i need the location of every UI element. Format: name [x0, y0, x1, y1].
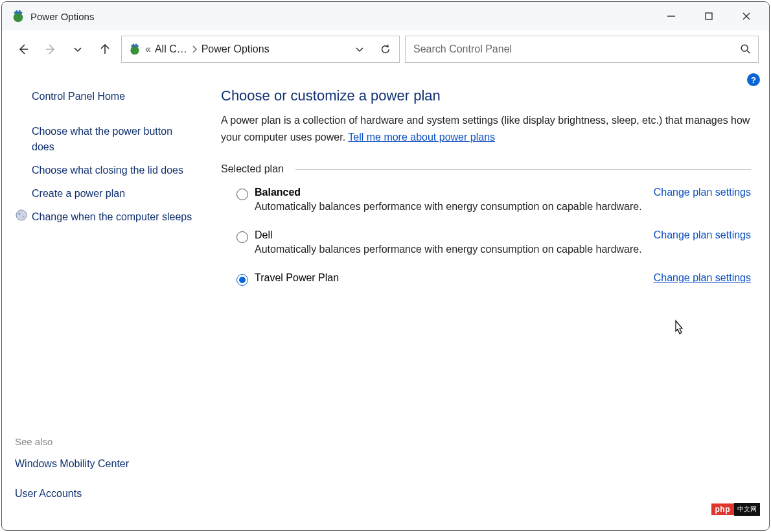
minimize-button[interactable]: [652, 5, 690, 28]
user-accounts-link[interactable]: User Accounts: [15, 482, 198, 505]
svg-rect-1: [14, 12, 23, 14]
plan-description: Automatically balances performance with …: [255, 201, 751, 213]
windows-mobility-center-link[interactable]: Windows Mobility Center: [15, 452, 198, 476]
window: Power Options: [1, 1, 770, 531]
sidebar-item-create-plan[interactable]: Create a power plan: [15, 182, 198, 205]
breadcrumb-power-options[interactable]: Power Options: [201, 43, 270, 55]
divider: [295, 169, 751, 170]
change-plan-settings-link[interactable]: Change plan settings: [654, 229, 751, 241]
svg-point-15: [741, 45, 748, 51]
up-button[interactable]: [94, 38, 116, 60]
address-bar[interactable]: « All C… Power Options: [121, 36, 400, 63]
page-description: A power plan is a collection of hardware…: [221, 112, 751, 145]
recent-locations-button[interactable]: [67, 38, 89, 60]
power-plan-row: Travel Power Plan Change plan settings: [221, 272, 751, 303]
window-controls: [652, 5, 765, 28]
watermark-php: php: [711, 503, 735, 515]
title-bar: Power Options: [2, 2, 769, 30]
maximize-button[interactable]: [690, 5, 728, 28]
back-button[interactable]: [12, 38, 34, 60]
watermark: php 中文网: [711, 503, 761, 516]
plan-name[interactable]: Balanced: [255, 187, 301, 198]
see-also-label: See also: [15, 436, 198, 447]
sidebar-item-closing-lid[interactable]: Choose what closing the lid does: [15, 159, 198, 182]
sidebar-item-power-button[interactable]: Choose what the power button does: [15, 120, 198, 159]
main-panel: Choose or customize a power plan A power…: [204, 68, 769, 530]
forward-button[interactable]: [40, 38, 62, 60]
svg-line-16: [747, 51, 750, 53]
change-plan-settings-link[interactable]: Change plan settings: [654, 187, 751, 198]
svg-rect-12: [131, 45, 139, 47]
navigation-bar: « All C… Power Options: [2, 30, 769, 68]
watermark-cn: 中文网: [734, 503, 760, 516]
breadcrumb-prefix: «: [145, 43, 151, 55]
control-panel-home-link[interactable]: Control Panel Home: [15, 85, 198, 108]
page-title: Choose or customize a power plan: [221, 87, 751, 104]
power-plan-row: Dell Change plan settings Automatically …: [221, 229, 751, 272]
moon-icon: [15, 209, 28, 222]
plan-name[interactable]: Travel Power Plan: [255, 272, 339, 284]
chevron-down-icon[interactable]: [349, 38, 371, 60]
svg-point-11: [130, 46, 139, 54]
sidebar-item-computer-sleeps[interactable]: Change when the computer sleeps: [32, 205, 192, 229]
breadcrumb-all-control-panel[interactable]: All C…: [155, 43, 187, 55]
search-bar[interactable]: [405, 36, 759, 63]
search-icon[interactable]: [740, 43, 752, 55]
svg-point-19: [23, 216, 25, 218]
sidebar: Control Panel Home Choose what the power…: [2, 68, 204, 530]
plan-radio-travel[interactable]: [236, 274, 248, 286]
chevron-right-icon: [191, 45, 198, 53]
window-title: Power Options: [30, 11, 652, 22]
change-plan-settings-link[interactable]: Change plan settings: [654, 272, 751, 284]
svg-point-17: [16, 210, 27, 220]
plan-name[interactable]: Dell: [255, 229, 273, 241]
power-options-icon: [11, 9, 25, 23]
selected-plan-header: Selected plan: [221, 163, 751, 175]
refresh-button[interactable]: [374, 38, 397, 60]
plan-description: Automatically balances performance with …: [255, 244, 751, 255]
svg-point-0: [14, 13, 23, 23]
svg-rect-13: [133, 44, 135, 46]
close-button[interactable]: [728, 5, 765, 28]
svg-rect-5: [706, 13, 712, 19]
tell-me-more-link[interactable]: Tell me more about power plans: [348, 132, 495, 143]
power-plan-row: Balanced Change plan settings Automatica…: [221, 187, 751, 229]
power-options-icon: [128, 43, 141, 56]
plan-radio-dell[interactable]: [236, 231, 248, 243]
svg-rect-2: [16, 10, 17, 13]
svg-rect-14: [135, 44, 137, 46]
content-area: ? Control Panel Home Choose what the pow…: [2, 68, 769, 530]
plan-radio-balanced[interactable]: [236, 189, 248, 200]
svg-rect-3: [19, 10, 21, 13]
svg-point-18: [18, 213, 21, 215]
search-input[interactable]: [412, 43, 740, 56]
selected-plan-label: Selected plan: [221, 163, 295, 175]
